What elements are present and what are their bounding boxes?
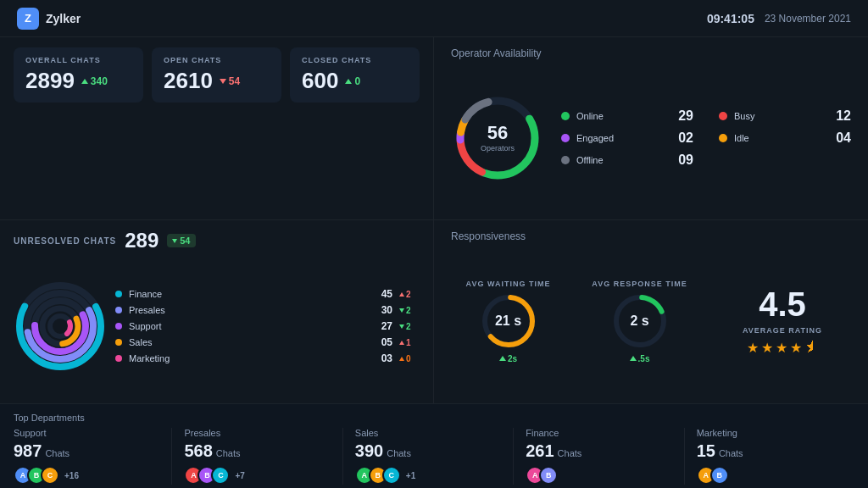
- dept-change: 2: [399, 290, 420, 299]
- avg-waiting-change: 2s: [499, 354, 517, 363]
- up-arrow-icon: [499, 356, 506, 361]
- overall-change-value: 340: [91, 75, 108, 87]
- app-header: Z Zylker 09:41:05 23 November 2021: [0, 0, 868, 37]
- dept-card-number: 15: [697, 441, 715, 461]
- dept-list-item: Finance 45 2: [115, 288, 420, 300]
- dept-list-item: Sales 05 1: [115, 336, 420, 348]
- dept-list-item: Presales 30 2: [115, 304, 420, 316]
- open-chats-card: OPEN CHATS 2610 54: [152, 47, 281, 103]
- avatar-extra-count: +7: [235, 471, 244, 480]
- dept-count: 30: [374, 304, 392, 316]
- dept-name: Finance: [129, 289, 367, 299]
- dept-color-dot: [115, 291, 122, 297]
- availability-name: Engaged: [576, 133, 671, 143]
- availability-name: Offline: [576, 155, 671, 165]
- dept-change: 1: [399, 338, 420, 347]
- availability-stat-item: Online 29: [561, 108, 693, 124]
- dept-card-name: Presales: [184, 428, 330, 438]
- open-chats-label: OPEN CHATS: [164, 56, 270, 64]
- dept-name: Sales: [129, 337, 367, 347]
- star-1: ★: [747, 340, 759, 356]
- top-departments-panel: Top Departments Support 987 Chats ABC+16…: [0, 403, 868, 488]
- availability-stat-item: Busy 12: [719, 108, 851, 124]
- operator-gauge: 56 Operators: [451, 92, 544, 185]
- dept-card-number: 568: [184, 441, 212, 461]
- dept-card-count-row: 568 Chats: [184, 441, 330, 461]
- unresolved-change-badge: 54: [167, 234, 195, 247]
- operator-availability-panel: Operator Availability: [434, 37, 868, 220]
- availability-name: Idle: [734, 133, 829, 143]
- dept-card-unit: Chats: [216, 448, 241, 458]
- dept-avatars: AB: [697, 466, 843, 485]
- avg-response-change: .5s: [630, 354, 650, 363]
- up-arrow-icon: [399, 292, 404, 297]
- dept-card-number: 261: [526, 441, 554, 461]
- closed-chats-value: 600: [302, 68, 338, 94]
- logo-area: Z Zylker: [17, 8, 81, 30]
- availability-count: 12: [836, 108, 851, 124]
- department-card: Support 987 Chats ABC+16: [14, 428, 172, 485]
- dept-change-value: 1: [406, 338, 411, 347]
- dept-card-name: Marketing: [697, 428, 843, 438]
- unresolved-header: UNRESOLVED CHATS 289 54: [14, 229, 420, 252]
- availability-stats-grid: Online 29 Busy 12 Engaged 02 Idle 04 Off…: [561, 108, 851, 168]
- dept-list-item: Support 27 2: [115, 320, 420, 332]
- overall-chats-value: 2899: [25, 68, 75, 94]
- rating-value: 4.5: [759, 287, 806, 321]
- availability-dot: [561, 134, 570, 142]
- dept-color-dot: [115, 355, 122, 362]
- avg-waiting-label: AVG WAITING TIME: [466, 280, 551, 288]
- dept-card-unit: Chats: [558, 448, 582, 458]
- avg-response-block: AVG RESPONSE TIME 2 s .5s: [582, 280, 697, 363]
- avatar: B: [710, 466, 729, 485]
- availability-count: 02: [678, 130, 693, 146]
- open-chats-change: 54: [220, 75, 240, 87]
- availability-dot: [719, 134, 727, 142]
- availability-stat-item: Engaged 02: [561, 130, 693, 146]
- unresolved-panel: UNRESOLVED CHATS 289 54: [0, 220, 434, 403]
- avg-waiting-gauge: 21 s: [479, 291, 538, 351]
- dept-avatars: ABC+1: [355, 466, 501, 485]
- availability-count: 29: [678, 108, 693, 124]
- availability-dot: [561, 112, 570, 120]
- dept-avatars: ABC+16: [14, 466, 159, 485]
- department-card: Marketing 15 Chats AB: [685, 428, 854, 485]
- star-2: ★: [761, 340, 773, 356]
- dept-change-value: 2: [406, 290, 411, 299]
- down-arrow-icon: [220, 79, 226, 84]
- dept-change: 0: [399, 354, 420, 363]
- dept-card-count-row: 15 Chats: [697, 441, 843, 461]
- dept-change-value: 0: [406, 354, 411, 363]
- dept-card-number: 390: [355, 441, 383, 461]
- dept-card-name: Sales: [355, 428, 501, 438]
- dept-change-value: 2: [406, 306, 411, 315]
- closed-chats-change: 0: [345, 75, 360, 87]
- up-arrow-icon: [399, 341, 404, 345]
- up-arrow-icon: [345, 79, 352, 84]
- dept-count: 45: [374, 288, 392, 300]
- dept-card-unit: Chats: [719, 448, 743, 458]
- dept-card-number: 987: [14, 441, 42, 461]
- unresolved-donut-chart: [14, 280, 107, 373]
- closed-chats-label: CLOSED CHATS: [302, 56, 408, 64]
- avg-waiting-block: AVG WAITING TIME 21 s 2s: [451, 280, 565, 363]
- down-arrow-icon: [399, 324, 404, 329]
- stats-cards-row: OVERALL CHATS 2899 340 OPEN CHATS 2610 5…: [14, 47, 420, 103]
- avg-response-gauge: 2 s: [610, 291, 670, 351]
- avatar-extra-count: +16: [64, 471, 79, 480]
- dept-card-count-row: 390 Chats: [355, 441, 501, 461]
- header-datetime: 09:41:05 23 November 2021: [707, 12, 851, 25]
- availability-content: 56 Operators Online 29 Busy 12 Engaged 0…: [451, 66, 851, 209]
- dept-count: 03: [374, 352, 392, 364]
- dept-color-dot: [115, 323, 122, 330]
- dept-count: 27: [374, 320, 392, 332]
- left-stats-panel: OVERALL CHATS 2899 340 OPEN CHATS 2610 5…: [0, 37, 434, 220]
- availability-count: 09: [678, 152, 693, 168]
- logo-icon: Z: [17, 8, 39, 30]
- availability-dot: [719, 112, 727, 120]
- availability-dot: [561, 156, 570, 164]
- dept-color-dot: [115, 339, 122, 346]
- avatar: B: [539, 466, 558, 485]
- dept-avatars: ABC+7: [184, 466, 330, 485]
- responsiveness-panel: Responsiveness AVG WAITING TIME 21 s 2s: [434, 220, 868, 403]
